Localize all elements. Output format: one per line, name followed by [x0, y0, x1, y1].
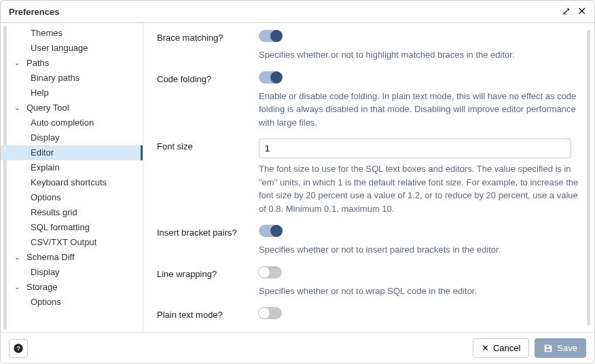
setting-label: Font size — [157, 139, 259, 151]
cancel-button[interactable]: ✕ Cancel — [473, 338, 529, 358]
nav-item-label: Auto completion — [28, 115, 96, 130]
titlebar: Preferences ⤢ ✕ — [1, 1, 594, 23]
nav-item-label: Schema Diff — [24, 250, 77, 265]
nav-item-label: Query Tool — [24, 101, 72, 115]
setting-row-wrap: Line wrapping?Specifies whether or not t… — [157, 266, 581, 298]
toggle-knob — [270, 30, 283, 42]
nav-item-user-language[interactable]: User language — [1, 41, 143, 56]
nav-item-label: Binary paths — [28, 71, 82, 86]
footer: ? ✕ Cancel Save — [1, 332, 594, 363]
toggle-knob — [258, 266, 270, 278]
setting-description: Specifies whether or not to wrap SQL cod… — [259, 285, 581, 298]
nav-item-options[interactable]: Options — [1, 190, 143, 205]
nav-tree: ThemesUser language⌄PathsBinary pathsHel… — [1, 26, 143, 310]
save-label: Save — [557, 343, 577, 353]
chevron-down-icon[interactable]: ⌄ — [14, 56, 24, 71]
setting-description: Enable or disable code folding. In plain… — [259, 90, 581, 130]
nav-item-label: Editor — [28, 145, 56, 160]
setting-description: The font size to use for the SQL text bo… — [259, 162, 581, 215]
setting-description: Specifies whether or not to insert paire… — [259, 243, 581, 257]
setting-row-bracket: Insert bracket pairs?Specifies whether o… — [157, 225, 581, 257]
nav-item-label: Display — [28, 130, 62, 145]
nav-item-label: SQL formatting — [28, 220, 92, 235]
titlebar-controls: ⤢ ✕ — [562, 6, 586, 17]
help-button[interactable]: ? — [9, 339, 28, 358]
nav-item-label: Display — [28, 265, 62, 280]
expand-icon[interactable]: ⤢ — [562, 6, 571, 17]
nav-item-auto-completion[interactable]: Auto completion — [1, 115, 143, 130]
nav-item-themes[interactable]: Themes — [1, 26, 143, 41]
dialog-body: ThemesUser language⌄PathsBinary pathsHel… — [1, 23, 594, 332]
nav-item-display[interactable]: Display — [1, 130, 143, 145]
nav-item-sql-formatting[interactable]: SQL formatting — [1, 220, 143, 235]
setting-row-font: Font sizeThe font size to use for the SQ… — [157, 139, 581, 215]
setting-row-fold: Code folding?Enable or disable code fold… — [157, 71, 581, 130]
settings-list: Brace matching?Specifies whether or not … — [157, 30, 581, 321]
setting-control: Specifies whether or not to insert paire… — [259, 225, 581, 257]
nav-item-keyboard-shortcuts[interactable]: Keyboard shortcuts — [1, 175, 143, 190]
nav-item-explain[interactable]: Explain — [1, 160, 143, 175]
nav-item-label: User language — [28, 41, 91, 56]
cancel-label: Cancel — [493, 343, 520, 353]
setting-label: Plain text mode? — [157, 307, 259, 320]
toggle-knob — [258, 307, 270, 319]
input-font[interactable] — [259, 139, 571, 158]
nav-item-label: Options — [28, 190, 64, 205]
chevron-down-icon[interactable]: ⌄ — [14, 250, 24, 265]
nav-item-editor[interactable]: Editor — [1, 145, 143, 160]
nav-item-display[interactable]: Display — [1, 265, 143, 280]
nav-item-label: Storage — [24, 280, 60, 295]
content-pane[interactable]: Brace matching?Specifies whether or not … — [143, 23, 594, 332]
nav-item-label: Help — [28, 86, 52, 101]
chevron-down-icon[interactable]: ⌄ — [14, 101, 24, 115]
setting-control: Specifies whether or not to highlight ma… — [259, 30, 581, 62]
setting-label: Line wrapping? — [157, 266, 259, 279]
nav-item-label: Explain — [28, 160, 62, 175]
nav-item-binary-paths[interactable]: Binary paths — [1, 71, 143, 86]
chevron-down-icon[interactable]: ⌄ — [14, 280, 24, 295]
setting-label: Code folding? — [157, 71, 259, 84]
toggle-bracket[interactable] — [259, 225, 282, 237]
setting-description: Specifies whether or not to highlight ma… — [259, 48, 581, 62]
toggle-knob — [270, 225, 283, 237]
dialog-title: Preferences — [9, 7, 59, 17]
setting-row-plain: Plain text mode? — [157, 307, 581, 321]
close-icon[interactable]: ✕ — [577, 6, 586, 17]
nav-item-options[interactable]: Options — [1, 295, 143, 310]
nav-item-label: Results grid — [28, 205, 80, 220]
preferences-dialog: Preferences ⤢ ✕ ThemesUser language⌄Path… — [0, 0, 595, 364]
toggle-wrap[interactable] — [259, 266, 282, 278]
svg-text:?: ? — [16, 345, 20, 352]
setting-row-brace: Brace matching?Specifies whether or not … — [157, 30, 581, 62]
nav-item-results-grid[interactable]: Results grid — [1, 205, 143, 220]
nav-item-csv-txt-output[interactable]: CSV/TXT Output — [1, 235, 143, 250]
toggle-fold[interactable] — [259, 71, 282, 84]
help-icon: ? — [13, 343, 24, 354]
footer-actions: ✕ Cancel Save — [473, 338, 586, 358]
close-icon: ✕ — [482, 344, 489, 352]
nav-item-label: CSV/TXT Output — [28, 235, 99, 250]
nav-item-label: Paths — [24, 56, 52, 71]
setting-label: Insert bracket pairs? — [157, 225, 259, 238]
sidebar[interactable]: ThemesUser language⌄PathsBinary pathsHel… — [1, 23, 143, 332]
setting-control: Specifies whether or not to wrap SQL cod… — [259, 266, 581, 298]
setting-control: Enable or disable code folding. In plain… — [259, 71, 581, 130]
toggle-knob — [270, 71, 283, 84]
toggle-plain[interactable] — [259, 307, 282, 319]
nav-item-storage[interactable]: ⌄Storage — [1, 280, 143, 295]
nav-item-help[interactable]: Help — [1, 86, 143, 101]
nav-item-paths[interactable]: ⌄Paths — [1, 56, 143, 71]
setting-control — [259, 307, 581, 321]
nav-item-label: Themes — [28, 26, 65, 41]
save-button[interactable]: Save — [535, 338, 586, 358]
setting-label: Brace matching? — [157, 30, 259, 43]
nav-item-query-tool[interactable]: ⌄Query Tool — [1, 101, 143, 115]
nav-item-label: Options — [28, 295, 64, 310]
toggle-brace[interactable] — [259, 30, 282, 42]
setting-control: The font size to use for the SQL text bo… — [259, 139, 581, 215]
nav-item-label: Keyboard shortcuts — [28, 175, 109, 190]
save-icon — [543, 344, 553, 353]
nav-item-schema-diff[interactable]: ⌄Schema Diff — [1, 250, 143, 265]
